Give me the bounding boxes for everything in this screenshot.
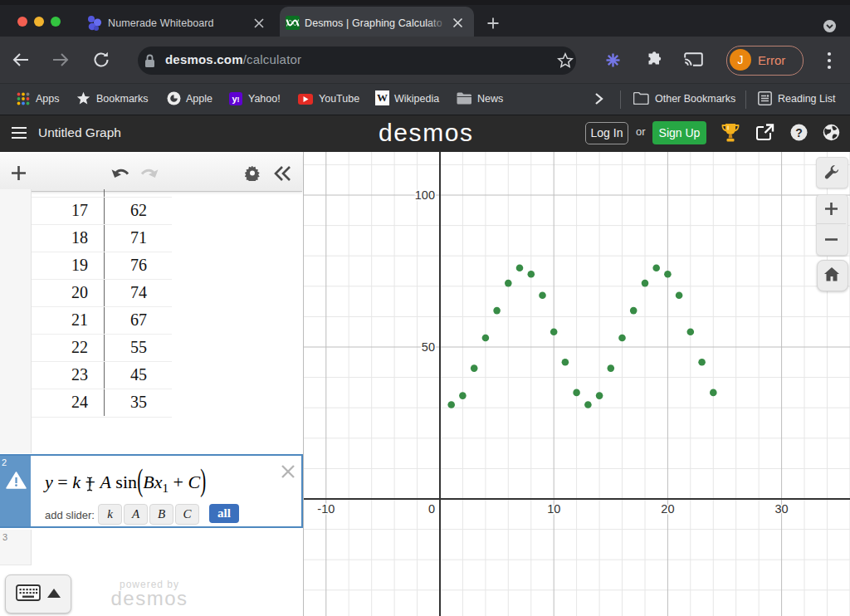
svg-text:-10: -10	[317, 502, 335, 516]
svg-text:10: 10	[547, 502, 560, 516]
svg-text:30: 30	[775, 502, 789, 516]
svg-text:100: 100	[415, 188, 435, 202]
svg-text:50: 50	[422, 340, 435, 354]
svg-text:0: 0	[428, 502, 435, 516]
svg-text:?: ?	[795, 126, 803, 139]
svg-text:20: 20	[661, 502, 674, 516]
